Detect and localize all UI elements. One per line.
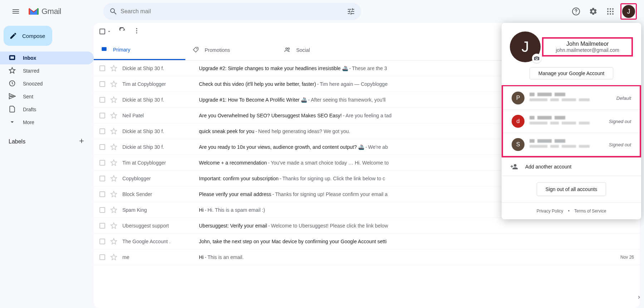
account-email: john.mailmeteor@gmail.com [556, 47, 619, 53]
svg-point-19 [196, 48, 197, 49]
gmail-logo[interactable]: Gmail [29, 7, 61, 16]
row-checkbox[interactable] [99, 113, 105, 118]
email-row[interactable]: Ubersuggest supportUbersuggest: Verify y… [94, 218, 640, 234]
star-icon[interactable] [110, 254, 117, 261]
star-icon[interactable] [110, 238, 117, 245]
compose-button[interactable]: Compose [4, 26, 52, 46]
account-row-body [530, 116, 609, 127]
more-button[interactable] [133, 27, 140, 36]
apps-button[interactable] [603, 4, 618, 19]
row-sender: Tim at Copyblogger [122, 160, 194, 166]
privacy-link[interactable]: Privacy Policy [537, 209, 564, 214]
row-sender: Copyblogger [122, 176, 194, 181]
add-label-button[interactable] [78, 137, 85, 146]
account-row[interactable]: dSigned out [503, 109, 640, 133]
star-icon[interactable] [110, 175, 117, 182]
search-options-button[interactable] [344, 4, 358, 19]
pencil-icon [9, 32, 17, 40]
settings-button[interactable] [586, 4, 600, 19]
signout-button[interactable]: Sign out of all accounts [537, 182, 606, 196]
row-checkbox[interactable] [99, 65, 105, 71]
svg-point-7 [612, 11, 614, 12]
svg-point-20 [286, 48, 288, 49]
row-checkbox[interactable] [99, 207, 105, 213]
star-icon[interactable] [110, 128, 117, 135]
next-page-button[interactable] [636, 294, 642, 300]
row-sender: Ubersuggest support [122, 223, 194, 229]
account-row-avatar: S [512, 138, 525, 151]
account-menu-avatar[interactable]: J [510, 31, 541, 62]
star-icon[interactable] [110, 96, 117, 103]
email-row[interactable]: The Google Account .John, take the next … [94, 234, 640, 249]
account-list-highlight: PDefaultdSigned outSSigned out [502, 85, 641, 157]
svg-point-6 [610, 11, 611, 12]
row-subject: John, take the next step on your Mac dev… [199, 239, 604, 244]
select-all[interactable] [99, 29, 112, 34]
nav-label: Sent [23, 94, 33, 99]
row-checkbox[interactable] [99, 81, 105, 87]
signout-section: Sign out of all accounts [502, 176, 641, 202]
account-row-body [530, 139, 609, 150]
nav-label: Drafts [23, 107, 36, 112]
header: Gmail J [0, 0, 644, 23]
star-icon[interactable] [110, 222, 117, 229]
row-checkbox[interactable] [99, 176, 105, 181]
sidebar-item-sent[interactable]: Sent [0, 90, 94, 103]
search-icon[interactable] [106, 4, 121, 19]
account-avatar[interactable]: J [622, 5, 635, 18]
svg-rect-18 [102, 47, 107, 51]
camera-icon [534, 55, 540, 61]
svg-point-16 [136, 30, 137, 31]
sidebar-item-starred[interactable]: Starred [0, 64, 94, 77]
manage-account-button[interactable]: Manage your Google Account [530, 67, 613, 79]
tab-icon [192, 47, 199, 54]
row-date: Nov 26 [609, 255, 634, 260]
sidebar-item-inbox[interactable]: Inbox [0, 52, 94, 64]
star-icon[interactable] [110, 80, 117, 88]
refresh-button[interactable] [119, 27, 126, 36]
menu-button[interactable] [7, 3, 24, 20]
row-checkbox[interactable] [99, 144, 105, 150]
tos-link[interactable]: Terms of Service [574, 209, 606, 214]
row-checkbox[interactable] [99, 97, 105, 103]
row-checkbox[interactable] [99, 254, 105, 260]
star-icon[interactable] [110, 191, 117, 198]
star-icon[interactable] [110, 159, 117, 166]
account-name: John Mailmeteor [556, 41, 619, 47]
account-status: Default [616, 96, 631, 101]
help-button[interactable] [569, 4, 583, 19]
row-checkbox[interactable] [99, 160, 105, 166]
add-account-button[interactable]: Add another account [502, 157, 641, 176]
account-name-highlight: John Mailmeteor john.mailmeteor@gmail.co… [542, 37, 633, 57]
account-row[interactable]: SSigned out [503, 133, 640, 156]
row-checkbox[interactable] [99, 128, 105, 134]
star-icon[interactable] [110, 65, 117, 72]
row-checkbox[interactable] [99, 239, 105, 244]
nav-label: Inbox [23, 55, 36, 61]
apps-icon [606, 7, 615, 16]
row-subject: Ubersuggest: Verify your email-Welcome t… [199, 223, 604, 229]
star-icon[interactable] [110, 206, 117, 214]
account-row[interactable]: PDefault [503, 86, 640, 109]
star-icon[interactable] [110, 143, 117, 151]
tab-primary[interactable]: Primary [94, 40, 185, 60]
sidebar-item-snoozed[interactable]: Snoozed [0, 77, 94, 90]
svg-point-4 [612, 8, 614, 10]
gear-icon [589, 7, 597, 16]
sidebar-item-drafts[interactable]: Drafts [0, 103, 94, 116]
tab-promotions[interactable]: Promotions [185, 40, 277, 60]
row-checkbox[interactable] [99, 223, 105, 229]
change-photo-button[interactable] [532, 54, 541, 63]
search-input[interactable] [121, 8, 344, 15]
caret-down-icon [107, 29, 112, 34]
star-icon[interactable] [110, 112, 117, 119]
email-row[interactable]: meHi-This is an email.Nov 26 [94, 249, 640, 265]
account-menu-footer: Privacy Policy • Terms of Service [502, 202, 641, 219]
tab-social[interactable]: Social [277, 40, 369, 60]
row-checkbox[interactable] [99, 191, 105, 197]
nav-icon [9, 54, 16, 62]
sidebar-item-more[interactable]: More [0, 116, 94, 129]
tab-icon [101, 46, 107, 53]
tab-icon [284, 47, 291, 54]
account-status: Signed out [609, 142, 631, 147]
